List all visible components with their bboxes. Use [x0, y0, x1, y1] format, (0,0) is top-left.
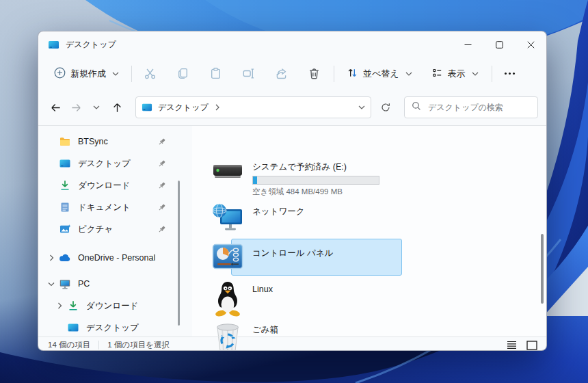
view-layout-icon	[431, 67, 443, 81]
large-icons-view-button[interactable]	[524, 339, 539, 352]
download-icon	[67, 300, 79, 312]
address-bar[interactable]: デスクトップ	[135, 96, 371, 118]
desktop-icon	[67, 321, 79, 334]
sort-arrows-icon	[347, 67, 358, 81]
toolbar-separator	[492, 66, 492, 82]
copy-button[interactable]	[171, 62, 194, 85]
disk-usage-bar	[252, 176, 379, 185]
more-options-button[interactable]	[498, 62, 522, 85]
chevron-down-icon[interactable]	[44, 282, 59, 287]
maximize-button[interactable]	[483, 31, 515, 57]
pin-icon	[157, 137, 166, 146]
explorer-body: BTSync デスクトップ ダウンロード	[38, 126, 546, 336]
file-item-system-reserved[interactable]: システムで予約済み (E:) 空き領域 484 MB/499 MB	[211, 160, 379, 197]
plus-circle-icon	[54, 67, 66, 81]
document-icon	[59, 201, 71, 213]
sidebar-item-onedrive[interactable]: OneDrive - Personal	[38, 247, 192, 269]
search-icon	[412, 101, 421, 114]
control-panel-icon	[211, 243, 244, 269]
chevron-down-icon	[112, 72, 119, 76]
onedrive-icon	[59, 252, 71, 264]
search-input[interactable]	[427, 102, 531, 113]
delete-button[interactable]	[302, 62, 325, 85]
file-item-linux[interactable]: Linux	[211, 280, 273, 317]
download-icon	[59, 179, 71, 192]
file-item-control-panel[interactable]: コントロール パネル	[211, 243, 333, 269]
status-separator	[98, 341, 99, 349]
chevron-right-icon[interactable]	[52, 302, 67, 309]
selection-count: 1 個の項目を選択	[107, 340, 170, 350]
sidebar-item-downloads[interactable]: ダウンロード	[38, 174, 192, 196]
breadcrumb-chevron-icon[interactable]	[215, 104, 219, 111]
refresh-button[interactable]	[375, 97, 396, 118]
pin-icon	[157, 203, 166, 212]
pictures-icon	[59, 223, 71, 235]
explorer-window: デスクトップ 新規作成	[38, 31, 547, 351]
file-list: システムで予約済み (E:) 空き領域 484 MB/499 MB ネットワーク	[192, 126, 546, 336]
recent-locations-button[interactable]	[86, 97, 107, 118]
search-box[interactable]	[404, 96, 538, 118]
minimize-button[interactable]	[452, 31, 483, 57]
items-count: 14 個の項目	[48, 340, 90, 350]
cut-button[interactable]	[138, 62, 161, 85]
sidebar-item-pc[interactable]: PC	[38, 273, 192, 295]
sidebar-scrollbar[interactable]	[178, 181, 180, 326]
address-dropdown-icon[interactable]	[358, 105, 365, 109]
linux-tux-icon	[211, 280, 244, 317]
sidebar-item-pc-desktop[interactable]: デスクトップ	[38, 317, 192, 339]
file-item-network[interactable]: ネットワーク	[211, 203, 304, 233]
pin-icon	[157, 181, 166, 190]
sidebar-item-btsync[interactable]: BTSync	[38, 131, 192, 153]
sidebar-item-desktop[interactable]: デスクトップ	[38, 153, 192, 174]
back-button[interactable]	[45, 97, 66, 118]
pin-icon	[157, 225, 166, 234]
share-button[interactable]	[269, 62, 293, 85]
pin-icon	[157, 159, 166, 168]
paste-button[interactable]	[204, 62, 227, 85]
window-title: デスクトップ	[66, 39, 116, 51]
navigation-pane: BTSync デスクトップ ダウンロード	[38, 126, 192, 336]
free-space-text: 空き領域 484 MB/499 MB	[252, 187, 379, 197]
status-bar: 14 個の項目 1 個の項目を選択	[38, 336, 546, 351]
rename-button[interactable]	[237, 62, 260, 85]
up-button[interactable]	[107, 97, 127, 118]
address-row: デスクトップ	[38, 90, 546, 126]
title-bar[interactable]: デスクトップ	[38, 31, 546, 57]
sort-button[interactable]: 並べ替え	[340, 62, 418, 85]
sidebar-item-pictures[interactable]: ピクチャ	[38, 218, 192, 240]
close-button[interactable]	[515, 31, 546, 57]
sidebar-item-documents[interactable]: ドキュメント	[38, 196, 192, 218]
details-view-button[interactable]	[504, 339, 519, 352]
drive-icon	[211, 160, 244, 197]
sidebar-item-pc-downloads[interactable]: ダウンロード	[38, 295, 192, 317]
view-button[interactable]: 表示	[425, 62, 485, 85]
forward-button[interactable]	[66, 97, 86, 118]
chevron-down-icon	[472, 72, 479, 76]
breadcrumb[interactable]: デスクトップ	[158, 102, 209, 114]
desktop-folder-icon	[48, 39, 59, 51]
toolbar-separator	[334, 66, 334, 82]
desktop-folder-icon	[142, 102, 152, 113]
toolbar-separator	[131, 66, 132, 82]
file-list-scrollbar[interactable]	[541, 234, 544, 304]
desktop-icon	[59, 157, 71, 170]
disk-usage-fill	[253, 176, 257, 184]
network-icon	[211, 203, 244, 233]
command-toolbar: 新規作成 並べ替え	[38, 57, 546, 90]
folder-icon	[59, 135, 71, 148]
chevron-right-icon[interactable]	[44, 254, 59, 261]
new-button[interactable]: 新規作成	[48, 62, 125, 85]
pc-icon	[59, 278, 71, 290]
chevron-down-icon	[405, 72, 412, 76]
